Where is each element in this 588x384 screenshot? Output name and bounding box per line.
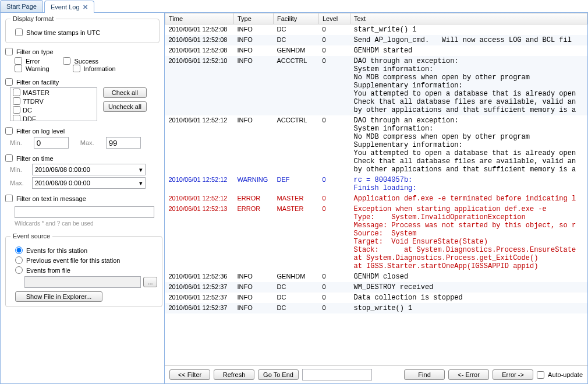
time-min-input[interactable]: 2010/06/08 0:00:00 ▾ (32, 164, 146, 175)
table-row[interactable]: 2010/06/01 12:52:37INFODC0WM_DESTROY rec… (165, 282, 587, 293)
bottom-toolbar: << Filter Refresh Go To End Find <- Erro… (165, 365, 587, 383)
cell-level: 0 (319, 293, 350, 303)
table-row[interactable]: 2010/06/01 12:52:10INFOACCCTRL0DAO throu… (165, 56, 587, 115)
cell-facility: DC (274, 282, 319, 293)
information-checkbox[interactable] (73, 65, 80, 72)
filter-toggle-button[interactable]: << Filter (169, 369, 210, 380)
cell-level: 0 (319, 45, 350, 56)
event-grid-scroll[interactable]: Time Type Facility Level Text 2010/06/01… (165, 13, 587, 365)
cell-text: GENHDM started (350, 45, 587, 56)
cell-facility: DC (274, 303, 319, 313)
cell-type: INFO (234, 35, 274, 45)
calendar-icon[interactable]: ▾ (139, 166, 143, 174)
information-label: Information (84, 65, 116, 72)
table-row[interactable]: 2010/06/01 12:52:37INFODC0Data collectio… (165, 293, 587, 303)
table-row[interactable]: 2010/06/01 12:52:12WARNINGDEF0rc = 80040… (165, 175, 587, 193)
filter-facility-title: Filter on facility (16, 79, 59, 86)
facility-item-checkbox[interactable] (13, 106, 20, 114)
cell-time: 2010/06/01 12:52:37 (165, 303, 234, 313)
cell-type: INFO (234, 24, 274, 36)
cell-time: 2010/06/01 12:52:08 (165, 24, 234, 36)
filter-type-checkbox[interactable] (5, 48, 13, 55)
source-station-radio[interactable] (15, 246, 23, 254)
col-time[interactable]: Time (165, 13, 234, 24)
cell-type: ERROR (234, 193, 274, 204)
cell-time: 2010/06/01 12:52:08 (165, 45, 234, 56)
filter-facility-checkbox[interactable] (5, 78, 13, 86)
gotoend-button[interactable]: Go To End (258, 369, 299, 380)
table-row[interactable]: 2010/06/01 12:52:08INFODC0start_write() … (165, 24, 587, 36)
utc-checkbox[interactable] (15, 29, 23, 36)
col-facility[interactable]: Facility (274, 13, 319, 24)
facility-item[interactable]: DDE (10, 114, 97, 121)
auto-update-checkbox[interactable] (537, 371, 544, 379)
source-station-label: Events for this station (26, 247, 87, 254)
filter-text-hint: Wildcards * and ? can be used (15, 220, 160, 227)
filter-time-checkbox[interactable] (5, 154, 13, 162)
facility-list[interactable]: MASTER7TDRVDCDDE (10, 87, 97, 121)
next-error-button[interactable]: Error -> (493, 369, 533, 380)
table-row[interactable]: 2010/06/01 12:52:37INFODC0stop_write() 1 (165, 303, 587, 313)
level-min-input[interactable] (34, 137, 69, 149)
source-file-input[interactable] (24, 276, 141, 288)
cell-time: 2010/06/01 12:52:37 (165, 293, 234, 303)
warning-checkbox[interactable] (15, 65, 22, 72)
facility-item-label: DC (23, 107, 32, 114)
utc-label: Show time stamps in UTC (26, 29, 100, 36)
cell-facility: DC (274, 293, 319, 303)
cell-level: 0 (319, 115, 350, 175)
source-file-label: Events from file (26, 267, 70, 274)
time-max-input[interactable]: 2010/06/09 0:00:00 ▾ (32, 177, 146, 189)
table-row[interactable]: 2010/06/01 12:52:12INFOACCCTRL0DAO throu… (165, 115, 587, 175)
table-row[interactable]: 2010/06/01 12:52:36INFOGENHDM0GENHDM clo… (165, 272, 587, 282)
error-checkbox[interactable] (15, 57, 22, 65)
facility-item-checkbox[interactable] (13, 89, 20, 96)
cell-level: 0 (319, 303, 350, 313)
table-row[interactable]: 2010/06/01 12:52:12ERRORMASTER0Applicati… (165, 193, 587, 204)
cell-facility: DC (274, 35, 319, 45)
facility-item[interactable]: DC (10, 105, 97, 114)
cell-text: DAO through an exception: System informa… (350, 56, 587, 115)
cell-text: GENHDM closed (350, 272, 587, 282)
col-text[interactable]: Text (350, 13, 587, 24)
facility-item-checkbox[interactable] (13, 97, 20, 105)
cell-time: 2010/06/01 12:52:13 (165, 204, 234, 272)
table-row[interactable]: 2010/06/01 12:52:08INFODC0Send AP_logon_… (165, 35, 587, 45)
col-type[interactable]: Type (234, 13, 274, 24)
success-label: Success (74, 58, 98, 65)
source-previous-radio[interactable] (15, 256, 23, 264)
filter-text-input[interactable] (15, 206, 154, 218)
check-all-button[interactable]: Check all (103, 87, 147, 98)
find-button[interactable]: Find (404, 369, 445, 380)
facility-item-label: DDE (23, 115, 36, 122)
success-checkbox[interactable] (63, 57, 70, 65)
uncheck-all-button[interactable]: Uncheck all (103, 101, 147, 112)
facility-item[interactable]: 7TDRV (10, 97, 97, 105)
cell-level: 0 (319, 175, 350, 193)
browse-button[interactable]: ... (143, 277, 157, 287)
filter-level-checkbox[interactable] (5, 127, 13, 135)
tab-start-page[interactable]: Start Page (0, 0, 43, 12)
filter-sidebar: Display format Show time stamps in UTC F… (1, 13, 165, 383)
close-icon[interactable]: ✕ (83, 3, 88, 11)
cell-text: rc = 8004057b: Finish loading: (350, 175, 587, 193)
filter-text-checkbox[interactable] (5, 195, 13, 202)
col-level[interactable]: Level (319, 13, 350, 24)
refresh-button[interactable]: Refresh (214, 369, 254, 380)
prev-error-button[interactable]: <- Error (448, 369, 489, 380)
tab-event-log[interactable]: Event Log ✕ (44, 1, 94, 13)
find-input[interactable] (302, 369, 372, 381)
facility-item-checkbox[interactable] (13, 115, 20, 121)
source-file-radio[interactable] (15, 266, 23, 274)
cell-facility: DEF (274, 175, 319, 193)
level-max-input[interactable] (106, 137, 141, 149)
calendar-icon[interactable]: ▾ (139, 179, 143, 187)
table-row[interactable]: 2010/06/01 12:52:13ERRORMASTER0Exception… (165, 204, 587, 272)
facility-item[interactable]: MASTER (10, 88, 97, 97)
cell-time: 2010/06/01 12:52:10 (165, 56, 234, 115)
show-file-button[interactable]: Show File in Explorer... (15, 291, 102, 302)
table-row[interactable]: 2010/06/01 12:52:08INFOGENHDM0GENHDM sta… (165, 45, 587, 56)
cell-level: 0 (319, 193, 350, 204)
cell-text: Exception when starting application def.… (350, 204, 587, 272)
filter-level-title: Filter on log level (16, 128, 65, 135)
